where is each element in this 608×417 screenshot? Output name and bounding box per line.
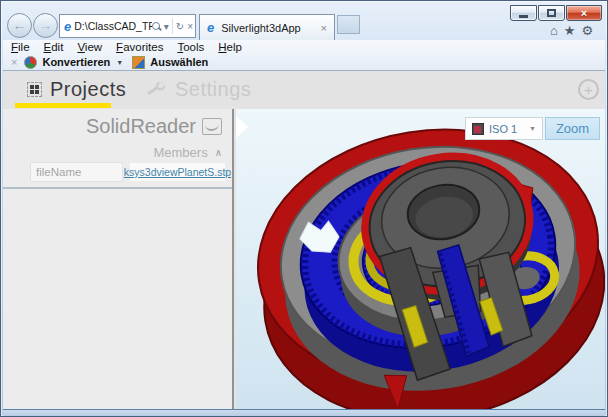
forward-button[interactable]: → — [33, 13, 58, 38]
panel-title: SolidReader — [86, 115, 196, 138]
settings-tab-label: Settings — [175, 78, 251, 101]
menu-edit[interactable]: Edit — [44, 41, 64, 54]
tab-title: Silverlight3dApp — [221, 22, 314, 34]
maximize-icon — [547, 9, 556, 17]
window-caption-buttons: × — [510, 5, 602, 21]
address-input[interactable] — [74, 20, 152, 32]
sidebar-panel: SolidReader Members ∧ ksys3dviewPlanetS.… — [3, 109, 234, 409]
home-icon[interactable]: ⌂ — [550, 23, 558, 38]
new-tab-button[interactable] — [337, 15, 360, 34]
tab-projects[interactable]: Projects — [27, 78, 126, 101]
tab-close-icon[interactable]: × — [319, 22, 329, 34]
3d-viewport[interactable]: ISO 1 ▼ Zoom — [236, 109, 605, 409]
filename-row: ksys3dviewPlanetS.stp — [3, 162, 232, 183]
menu-favorites[interactable]: Favorites — [116, 41, 163, 54]
refresh-icon[interactable]: ↻ — [176, 21, 184, 32]
minimize-button[interactable] — [510, 5, 537, 21]
tab-settings[interactable]: Settings — [145, 78, 251, 101]
search-icon[interactable] — [152, 22, 161, 31]
image-icon — [202, 118, 222, 135]
menu-tools[interactable]: Tools — [177, 41, 204, 54]
file-link-box: ksys3dviewPlanetS.stp — [129, 162, 226, 182]
view-cube-icon — [472, 123, 484, 135]
search-dropdown-icon[interactable]: ▾ — [164, 21, 169, 32]
members-section-header[interactable]: Members ∧ — [153, 145, 222, 160]
close-icon: × — [581, 7, 587, 19]
members-label: Members — [153, 145, 207, 160]
window-bottom-frame — [3, 409, 605, 416]
sidebar-divider — [3, 187, 232, 189]
convert-icon — [24, 56, 37, 69]
filename-field[interactable] — [30, 162, 123, 182]
view-orientation-value: ISO 1 — [489, 123, 524, 135]
back-button[interactable]: ← — [7, 13, 32, 38]
cad-model — [236, 109, 605, 409]
forward-arrow-icon: → — [39, 17, 53, 33]
active-tab-indicator — [15, 103, 111, 108]
select-tool-icon — [132, 56, 145, 69]
address-separator — [172, 18, 173, 34]
browser-window: × ← → e ▾ ↻ × e Silverlight3dApp × ⌂ ★ ⚙… — [0, 0, 608, 417]
projects-grid-icon — [27, 82, 42, 97]
wrench-icon — [145, 82, 167, 98]
chevron-up-icon: ∧ — [215, 147, 222, 158]
zoom-button-label: Zoom — [556, 121, 589, 136]
zoom-button[interactable]: Zoom — [545, 117, 600, 140]
close-button[interactable]: × — [566, 5, 602, 21]
app-content: Projects Settings + SolidReader Members — [3, 70, 605, 409]
address-bar[interactable]: e ▾ ↻ × — [59, 14, 196, 38]
settings-gear-icon[interactable]: ⚙ — [582, 23, 594, 38]
convert-dropdown-icon[interactable]: ▼ — [116, 59, 123, 66]
minimize-icon — [519, 15, 528, 18]
ie-page-icon: e — [62, 19, 74, 34]
add-circle-icon[interactable]: + — [578, 79, 599, 100]
menu-file[interactable]: File — [11, 41, 30, 54]
dropdown-caret-icon: ▼ — [529, 125, 536, 132]
command-bar-close-icon[interactable]: × — [11, 56, 17, 68]
convert-button[interactable]: Konvertieren — [42, 56, 110, 68]
maximize-button[interactable] — [538, 5, 565, 21]
file-link[interactable]: ksys3dviewPlanetS.stp — [124, 166, 231, 178]
tab-ie-icon: e — [205, 20, 217, 35]
view-orientation-dropdown[interactable]: ISO 1 ▼ — [465, 117, 543, 140]
menu-help[interactable]: Help — [218, 41, 242, 54]
back-arrow-icon: ← — [13, 17, 27, 33]
browser-tab[interactable]: e Silverlight3dApp × — [199, 14, 335, 40]
stop-icon[interactable]: × — [187, 21, 193, 32]
command-bar: × Konvertieren ▼ Auswählen — [3, 54, 605, 70]
select-button[interactable]: Auswählen — [150, 56, 208, 68]
menu-bar: File Edit View Favorites Tools Help — [3, 40, 605, 54]
app-header: Projects Settings + — [3, 71, 605, 109]
projects-tab-label: Projects — [50, 78, 126, 101]
panel-collapse-arrow[interactable] — [236, 116, 248, 138]
favorites-star-icon[interactable]: ★ — [564, 23, 576, 38]
menu-view[interactable]: View — [77, 41, 102, 54]
